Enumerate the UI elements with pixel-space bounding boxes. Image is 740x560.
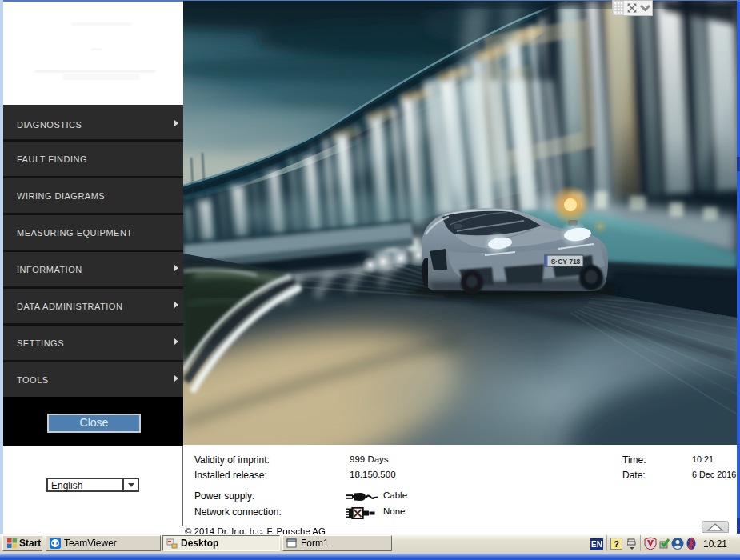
svg-text:S·CY 718: S·CY 718 [551, 258, 581, 266]
